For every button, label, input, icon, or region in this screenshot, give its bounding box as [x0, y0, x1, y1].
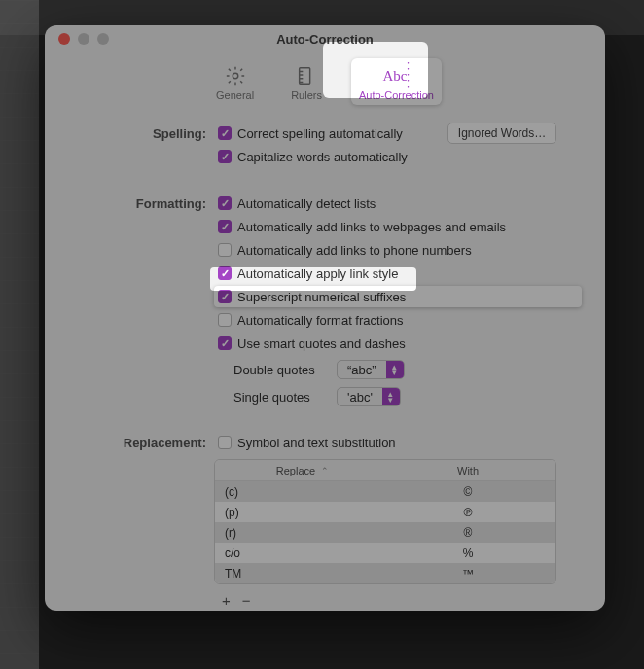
add-row-button[interactable]: +: [222, 592, 231, 609]
sort-icon: ⌃: [321, 466, 329, 475]
cell-replace: (r): [215, 526, 380, 540]
chk-links-web[interactable]: [218, 220, 232, 233]
ignored-words-button[interactable]: Ignored Words…: [447, 123, 557, 144]
cell-with: ℗: [380, 506, 555, 519]
opt-symbol-substitution: Symbol and text substitution: [237, 436, 396, 450]
ruler-icon: [295, 64, 318, 88]
cell-replace: c/o: [215, 546, 380, 560]
table-row[interactable]: (r)®: [215, 522, 555, 543]
chk-superscript[interactable]: [218, 290, 232, 303]
chk-link-style[interactable]: [218, 266, 232, 280]
close-window-button[interactable]: [58, 33, 70, 45]
chk-correct-spelling[interactable]: [218, 126, 232, 140]
replacement-table: Replace ⌃ With (c)©(p)℗(r)®c/o%TM™: [214, 459, 556, 584]
opt-smart-quotes: Use smart quotes and dashes: [237, 336, 406, 351]
cell-with: ©: [380, 485, 555, 499]
cell-with: ™: [380, 567, 555, 581]
table-row[interactable]: c/o%: [215, 543, 555, 563]
double-quotes-value: “abc”: [338, 363, 386, 377]
cell-replace: (p): [215, 506, 380, 519]
abc-icon: Abc• • • • •: [384, 64, 408, 88]
remove-row-button[interactable]: −: [242, 592, 251, 609]
gear-icon: [224, 64, 247, 88]
table-row[interactable]: (c)©: [215, 481, 555, 502]
table-row[interactable]: TM™: [215, 563, 555, 583]
chk-fractions[interactable]: [218, 313, 232, 327]
spelling-section-label: Spelling:: [68, 123, 214, 169]
opt-links-web: Automatically add links to webpages and …: [237, 220, 506, 234]
double-quotes-select[interactable]: “abc” ▴▾: [337, 360, 405, 379]
formatting-section-label: Formatting:: [68, 193, 214, 408]
opt-capitalize: Capitalize words automatically: [237, 150, 408, 164]
minimize-window-button[interactable]: [78, 33, 89, 45]
single-quotes-value: 'abc': [338, 390, 382, 405]
svg-point-0: [233, 73, 238, 79]
tab-label: Auto-Correction: [359, 89, 434, 101]
preferences-tabs: General Rulers Abc• • • • • Auto-Correct…: [45, 53, 605, 115]
window-title: Auto-Correction: [45, 32, 605, 47]
tab-label: General: [216, 89, 254, 101]
preferences-window: Auto-Correction General Rulers Abc• • • …: [45, 25, 605, 611]
chevron-updown-icon: ▴▾: [386, 361, 404, 378]
titlebar: Auto-Correction: [45, 25, 605, 53]
chk-capitalize[interactable]: [218, 150, 232, 163]
cell-replace: (c): [215, 485, 380, 499]
opt-link-style: Automatically apply link style: [237, 266, 398, 281]
col-replace[interactable]: Replace: [276, 465, 315, 476]
opt-fractions: Automatically format fractions: [237, 313, 404, 328]
chevron-updown-icon: ▴▾: [382, 388, 400, 405]
chk-smart-quotes[interactable]: [218, 336, 232, 350]
chk-detect-lists[interactable]: [218, 196, 232, 210]
opt-detect-lists: Automatically detect lists: [237, 196, 376, 211]
cell-with: ®: [380, 526, 555, 540]
opt-links-phone: Automatically add links to phone numbers: [237, 243, 472, 258]
zoom-window-button[interactable]: [97, 33, 109, 45]
single-quotes-select[interactable]: 'abc' ▴▾: [337, 387, 401, 406]
tab-rulers[interactable]: Rulers: [283, 58, 330, 105]
tab-auto-correction[interactable]: Abc• • • • • Auto-Correction: [351, 58, 442, 105]
opt-correct-spelling: Correct spelling automatically: [237, 126, 403, 141]
tab-label: Rulers: [291, 89, 322, 101]
col-with[interactable]: With: [380, 465, 555, 476]
table-row[interactable]: (p)℗: [215, 502, 555, 522]
cell-with: %: [380, 546, 555, 560]
chk-symbol-substitution[interactable]: [218, 436, 232, 449]
double-quotes-label: Double quotes: [233, 363, 327, 377]
tab-general[interactable]: General: [208, 58, 262, 105]
single-quotes-label: Single quotes: [233, 390, 327, 405]
replacement-section-label: Replacement:: [68, 432, 214, 611]
chk-links-phone[interactable]: [218, 243, 232, 257]
opt-superscript: Superscript numerical suffixes: [237, 290, 406, 304]
cell-replace: TM: [215, 567, 380, 581]
